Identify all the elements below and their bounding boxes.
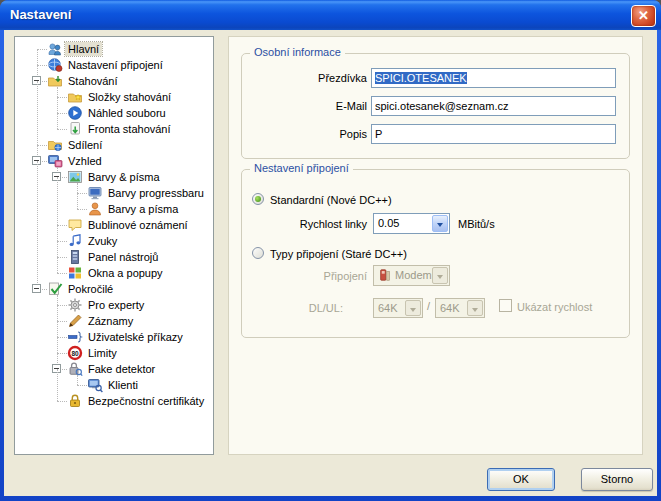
tree-item-label[interactable]: Pro experty (85, 298, 147, 312)
chevron-down-icon[interactable] (432, 215, 448, 232)
connection-globe-icon (47, 57, 63, 73)
tree-item-label[interactable]: Pokročilé (65, 282, 116, 296)
tree-item-panel-nastroju[interactable]: Panel nástrojů (15, 249, 213, 265)
tree-item-fronta-stahovani[interactable]: Fronta stahování (15, 121, 213, 137)
tree-item-label[interactable]: Fake detektor (85, 362, 158, 376)
tree-item-label[interactable]: Hlavní (65, 42, 102, 56)
tree-item-label[interactable]: Barvy a písma (105, 202, 181, 216)
connection-types-label[interactable]: Typy připojení (Staré DC++) (270, 248, 407, 260)
tree-item-bublinove-oznameni[interactable]: Bublinové oznámení (15, 217, 213, 233)
tree-item-sdileni[interactable]: Sdílení (15, 137, 213, 153)
chevron-down-icon (405, 300, 421, 316)
monitor-icon (87, 185, 103, 201)
tree-item-label[interactable]: Náhled souboru (85, 106, 169, 120)
picture-icon (67, 169, 83, 185)
tree-item-label[interactable]: Stahování (65, 74, 121, 88)
tree-item-label[interactable]: Vzhled (65, 154, 105, 168)
tree-item-uzivatelske-prikazy[interactable]: Uživatelské příkazy (15, 329, 213, 345)
tree-item-limity[interactable]: 80Limity (15, 345, 213, 361)
lock-search-icon (67, 361, 83, 377)
tree-item-label[interactable]: Složky stahování (85, 90, 174, 104)
pen-icon (67, 313, 83, 329)
windows-icon (67, 265, 83, 281)
window-title: Nastavení (10, 7, 71, 22)
chevron-down-icon (432, 267, 448, 284)
tree-item-label[interactable]: Uživatelské příkazy (85, 330, 186, 344)
tree-item-nastaveni-pripojeni[interactable]: Nastavení připojení (15, 57, 213, 73)
client-search-icon (87, 377, 103, 393)
tree-item-label[interactable]: Panel nástrojů (85, 250, 161, 264)
tree-item-label[interactable]: Sdílení (65, 138, 105, 152)
tree-item-label[interactable]: Záznamy (85, 314, 136, 328)
connection-settings-title: Nestavení připojení (250, 162, 353, 174)
email-input[interactable] (371, 96, 616, 116)
upload-speed-combobox: 64K (435, 298, 485, 318)
tree-item-pokrocile[interactable]: Pokročilé (15, 281, 213, 297)
toolbar-icon (67, 249, 83, 265)
gear-icon (67, 297, 83, 313)
tree-item-barvy-a-pisma[interactable]: Barvy a písma (15, 201, 213, 217)
check-page-icon (47, 281, 63, 297)
settings-content: Osobní informace Přezdívka SPICI.OTESANE… (228, 36, 643, 455)
connection-value: Modem (395, 269, 432, 281)
chevron-down-icon (467, 300, 483, 316)
tree-guide (37, 161, 38, 289)
email-label: E-Mail (245, 100, 367, 112)
tree-item-zaznamy[interactable]: Záznamy (15, 313, 213, 329)
ok-button[interactable]: OK (487, 468, 555, 491)
close-icon[interactable]: ✕ (631, 5, 656, 27)
download-speed-value: 64K (378, 302, 398, 314)
nickname-input[interactable]: SPICI.OTESANEK (371, 68, 616, 88)
tree-item-label[interactable]: Bezpečnostní certifikáty (85, 394, 207, 408)
tree-item-barvy-progressbaru[interactable]: Barvy progressbaru (15, 185, 213, 201)
connection-label: Připojení (245, 270, 367, 282)
download-folder-icon (47, 73, 63, 89)
tree-item-hlavni[interactable]: Hlavní (15, 41, 213, 57)
tree-item-label[interactable]: Fronta stahování (85, 122, 174, 136)
tree-item-pro-experty[interactable]: Pro experty (15, 297, 213, 313)
standard-connection-radio[interactable] (252, 193, 264, 205)
balloon-icon (67, 217, 83, 233)
tree-guide (37, 81, 38, 145)
tree-item-label[interactable]: Limity (85, 346, 120, 360)
tree-item-label[interactable]: Zvuky (85, 234, 120, 248)
line-speed-value: 0.05 (378, 217, 399, 229)
nickname-label: Přezdívka (245, 72, 367, 84)
standard-connection-label[interactable]: Standardní (Nové DC++) (270, 194, 392, 206)
description-input[interactable] (371, 124, 616, 144)
tree-item-zvuky[interactable]: Zvuky (15, 233, 213, 249)
tree-item-label[interactable]: Okna a popupy (85, 266, 166, 280)
tree-item-bezpecnostni-certifikaty[interactable]: Bezpečnostní certifikáty (15, 393, 213, 409)
cancel-button[interactable]: Storno (581, 468, 653, 491)
tree-item-klienti[interactable]: Klienti (15, 377, 213, 393)
tree-item-label[interactable]: Nastavení připojení (65, 58, 166, 72)
settings-dialog: Nastavení ✕ HlavníNastavení připojeníSta… (0, 0, 661, 501)
tree-item-label[interactable]: Bublinové oznámení (85, 218, 191, 232)
tree-item-nahled-souboru[interactable]: Náhled souboru (15, 105, 213, 121)
tree-item-slozky-stahovani[interactable]: Složky stahování (15, 89, 213, 105)
dialog-body: HlavníNastavení připojeníStahováníSložky… (4, 30, 657, 496)
line-speed-combobox[interactable]: 0.05 (373, 213, 450, 234)
tree-expander-minus-icon[interactable] (32, 284, 41, 293)
tree-item-stahovani[interactable]: Stahování (15, 73, 213, 89)
users-icon (47, 41, 63, 57)
titlebar[interactable]: Nastavení ✕ (0, 0, 661, 30)
dlul-separator: / (427, 300, 430, 312)
tree-item-label[interactable]: Barvy progressbaru (105, 186, 207, 200)
music-note-icon (67, 233, 83, 249)
tree-item-label[interactable]: Klienti (105, 378, 141, 392)
tree-item-fake-detektor[interactable]: Fake detektor (15, 361, 213, 377)
dlul-label: DL/UL: (245, 302, 343, 314)
queue-page-icon (67, 121, 83, 137)
tree-item-okna-a-popupy[interactable]: Okna a popupy (15, 265, 213, 281)
tree-item-barvy-pisma[interactable]: Barvy & písma (15, 169, 213, 185)
connection-combobox: Modem (373, 265, 450, 286)
line-speed-label: Rychlost linky (245, 218, 367, 230)
show-speed-checkbox (499, 299, 512, 312)
person-icon (87, 201, 103, 217)
svg-text:80: 80 (71, 350, 79, 357)
tree-item-label[interactable]: Barvy & písma (85, 170, 163, 184)
tree-item-vzhled[interactable]: Vzhled (15, 153, 213, 169)
download-speed-combobox: 64K (373, 298, 423, 318)
connection-types-radio[interactable] (252, 247, 264, 259)
